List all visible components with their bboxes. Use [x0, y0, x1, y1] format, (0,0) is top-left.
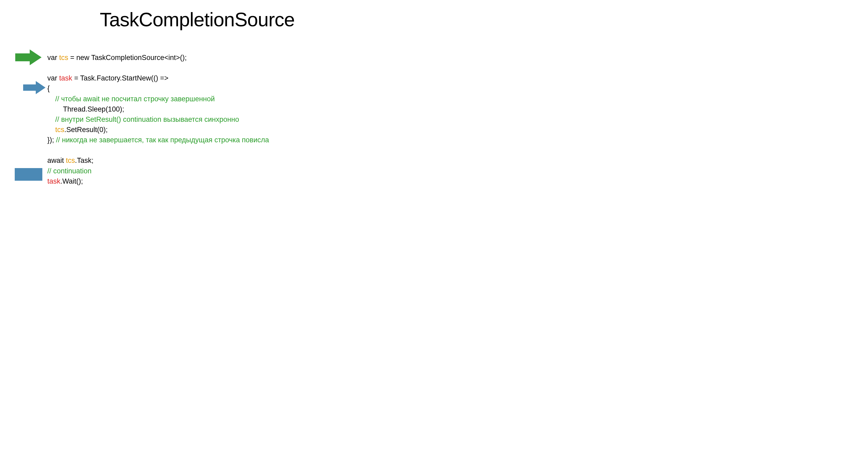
keyword-var: var [47, 54, 59, 62]
blank-line [47, 63, 269, 73]
code-block: var tcs = new TaskCompletionSource<int>(… [47, 53, 269, 186]
code-rest: .SetResult(0); [64, 126, 108, 134]
code-line-1: var tcs = new TaskCompletionSource<int>(… [47, 53, 269, 63]
comment: // никогда не завершается, так как преды… [56, 136, 269, 144]
code-line-2: var task = Task.Factory.StartNew(() => [47, 73, 269, 83]
code-line-4: // чтобы await не посчитал строчку завер… [47, 94, 269, 104]
keyword-var: var [47, 74, 59, 82]
blank-line [47, 145, 269, 155]
code-line-3: { [47, 83, 269, 94]
code-rest: .Task; [75, 156, 94, 164]
comment: // чтобы await не посчитал строчку завер… [55, 95, 215, 103]
var-tcs: tcs [66, 156, 75, 164]
var-tcs: tcs [55, 126, 64, 134]
code-prefix: }); [47, 136, 56, 144]
slide-title: TaskCompletionSource [0, 8, 395, 31]
code-line-11: task.Wait(); [47, 176, 269, 186]
code-line-10: // continuation [47, 166, 269, 176]
var-task: task [59, 74, 72, 82]
comment: // внутри SetResult() continuation вызыв… [55, 116, 239, 123]
svg-marker-0 [15, 50, 41, 65]
indent [47, 126, 55, 134]
code-line-6: // внутри SetResult() continuation вызыв… [47, 115, 269, 125]
code-rest: = Task.Factory.StartNew(() => [72, 74, 168, 82]
svg-marker-1 [23, 81, 45, 94]
code-line-9: await tcs.Task; [47, 155, 269, 166]
code-rest: = new TaskCompletionSource<int>(); [68, 54, 187, 62]
keyword-await: await [47, 156, 66, 164]
code-line-7: tcs.SetResult(0); [47, 125, 269, 135]
var-tcs: tcs [59, 54, 68, 62]
code-line-8: }); // никогда не завершается, так как п… [47, 135, 269, 145]
arrow-green-icon [15, 50, 41, 66]
var-task: task [47, 177, 60, 185]
arrow-blue-icon [23, 81, 45, 95]
rect-blue-icon [15, 168, 42, 181]
indent [47, 116, 55, 123]
indent [47, 95, 55, 103]
code-rest: .Wait(); [60, 177, 83, 185]
code-line-5: Thread.Sleep(100); [47, 104, 269, 115]
